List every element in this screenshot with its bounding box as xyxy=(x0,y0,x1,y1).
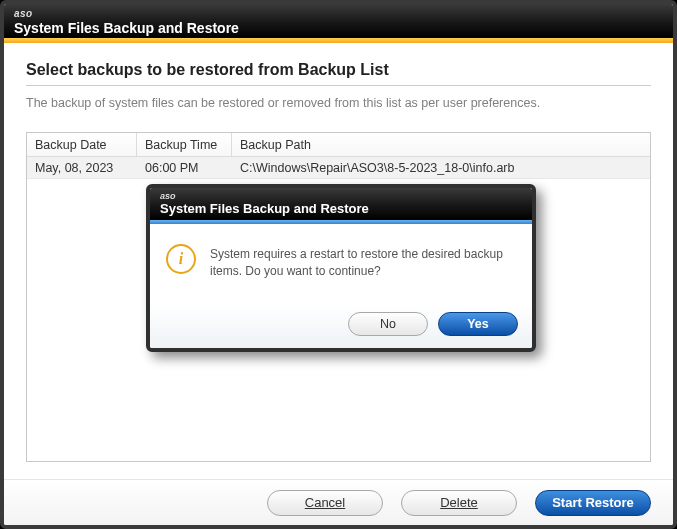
cell-time: 06:00 PM xyxy=(137,161,232,175)
cell-path: C:\Windows\Repair\ASO3\8-5-2023_18-0\inf… xyxy=(232,161,650,175)
dialog-body: i System requires a restart to restore t… xyxy=(150,224,532,304)
dialog-footer: No Yes xyxy=(150,304,532,348)
table-header: Backup Date Backup Time Backup Path xyxy=(27,133,650,157)
footer-bar: Cancel Delete Start Restore xyxy=(4,479,673,525)
start-restore-button[interactable]: Start Restore xyxy=(535,490,651,516)
no-button[interactable]: No xyxy=(348,312,428,336)
brand-label: aso xyxy=(14,8,663,20)
confirm-dialog: aso System Files Backup and Restore i Sy… xyxy=(146,184,536,352)
delete-button[interactable]: Delete xyxy=(401,490,517,516)
page-subtext: The backup of system files can be restor… xyxy=(26,96,651,110)
cell-date: May, 08, 2023 xyxy=(27,161,137,175)
col-header-date[interactable]: Backup Date xyxy=(27,133,137,156)
cancel-button[interactable]: Cancel xyxy=(267,490,383,516)
col-header-time[interactable]: Backup Time xyxy=(137,133,232,156)
yes-button[interactable]: Yes xyxy=(438,312,518,336)
table-row[interactable]: May, 08, 2023 06:00 PM C:\Windows\Repair… xyxy=(27,157,650,179)
dialog-message: System requires a restart to restore the… xyxy=(210,244,514,281)
dialog-title: System Files Backup and Restore xyxy=(160,202,522,216)
main-window: aso System Files Backup and Restore Sele… xyxy=(0,0,677,529)
col-header-path[interactable]: Backup Path xyxy=(232,133,650,156)
page-heading: Select backups to be restored from Backu… xyxy=(26,61,651,79)
dialog-titlebar: aso System Files Backup and Restore xyxy=(150,188,532,220)
titlebar: aso System Files Backup and Restore xyxy=(4,4,673,38)
window-title: System Files Backup and Restore xyxy=(14,20,663,36)
info-icon: i xyxy=(166,244,196,274)
divider xyxy=(26,85,651,86)
